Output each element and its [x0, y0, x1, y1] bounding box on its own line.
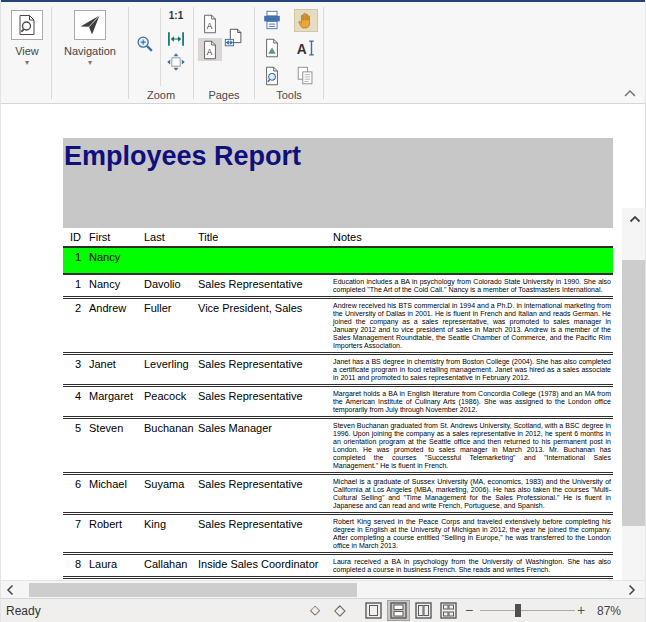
report-title-banner: Employees Report [63, 138, 613, 228]
table-row: 3 Janet Leverling Sales Representative J… [63, 355, 613, 387]
cell-last: Fuller [144, 301, 198, 352]
status-text: Ready [6, 604, 41, 618]
cell-title: Sales Representative [198, 357, 333, 384]
cell-id: 1 [63, 277, 89, 296]
cell-first: Janet [89, 357, 144, 384]
export-document-button[interactable] [260, 37, 284, 60]
cell-title: Sales Representative [198, 517, 333, 552]
cell-first: Robert [89, 517, 144, 552]
fit-page-button[interactable] [164, 50, 188, 73]
copy-pages-icon [295, 65, 317, 87]
cell-id: 2 [63, 301, 89, 352]
magnifier-plus-icon [134, 33, 156, 55]
zoom-slider-thumb[interactable] [515, 604, 521, 617]
text-select-button[interactable]: A [294, 37, 318, 60]
scroll-left-button[interactable] [1, 581, 19, 599]
page-layout-switcher [362, 600, 460, 621]
cell-notes: Michael is a graduate of Sussex Universi… [333, 477, 613, 512]
cell-last: Peacock [144, 389, 198, 416]
group-separator [51, 7, 52, 99]
zoom-out-button[interactable]: − [465, 602, 473, 618]
zoom-actual-label: 1:1 [169, 10, 183, 21]
cell-notes: Laura received a BA in psychology from t… [333, 557, 613, 576]
cell-title: Sales Representative [198, 477, 333, 512]
chevron-up-icon [623, 89, 637, 98]
page-portrait-button[interactable]: A [198, 12, 222, 35]
mini-separator [160, 8, 161, 86]
navigation-button[interactable]: Navigation ▾ [56, 4, 124, 66]
table-row: 1 Nancy Davolio Sales Representative Edu… [63, 275, 613, 299]
report-preview-area[interactable]: Employees Report ID First Last Title Not… [1, 104, 645, 580]
navigation-group: Navigation ▾ [53, 2, 127, 103]
pages-arrange-icon [223, 27, 245, 49]
cell-last: Callahan [144, 557, 198, 576]
cell-first: Nancy [89, 250, 144, 273]
chevron-down-icon: ▾ [25, 60, 29, 66]
hand-tool-button[interactable] [294, 9, 318, 32]
table-row: 5 Steven Buchanan Sales Manager Steven B… [63, 419, 613, 475]
ribbon-collapse-button[interactable] [621, 86, 639, 100]
column-header-notes: Notes [333, 231, 613, 243]
cell-first: Michael [89, 477, 144, 512]
two-pages-side-view-button[interactable] [412, 600, 435, 621]
chevron-left-icon [6, 584, 14, 596]
scroll-right-button[interactable] [623, 581, 641, 599]
cell-title: Vice President, Sales [198, 301, 333, 352]
tools-group: A [256, 2, 322, 103]
fit-width-button[interactable] [164, 27, 188, 50]
cell-last: Suyama [144, 477, 198, 512]
print-button[interactable] [260, 9, 284, 32]
four-pages-view-button[interactable] [437, 600, 460, 621]
zoom-slider-track[interactable] [480, 610, 575, 611]
four-pages-grid-icon [440, 602, 457, 619]
column-header-id: ID [63, 231, 89, 243]
zoom-group: 1:1 [130, 2, 192, 103]
page-landscape-icon: A [200, 39, 220, 61]
horizontal-scrollbar[interactable] [1, 580, 645, 598]
pages-group: A A [195, 2, 253, 103]
table-row: 8 Laura Callahan Inside Sales Coordinato… [63, 555, 613, 579]
group-separator [323, 7, 324, 99]
cell-notes: Margaret holds a BA in English literatur… [333, 389, 613, 416]
cell-notes: Education includes a BA in psychology fr… [333, 277, 613, 296]
zoom-actual-button[interactable]: 1:1 [164, 4, 188, 27]
printer-icon [261, 9, 283, 31]
table-row: 2 Andrew Fuller Vice President, Sales An… [63, 299, 613, 355]
horizontal-scroll-thumb[interactable] [29, 583, 357, 597]
single-page-view-button[interactable] [362, 600, 385, 621]
paper-plane-icon [74, 10, 106, 40]
vertical-scroll-thumb[interactable] [622, 260, 645, 526]
single-page-icon [365, 602, 382, 619]
cell-notes: Steven Buchanan graduated from St. Andre… [333, 421, 613, 472]
view-button[interactable]: View ▾ [7, 4, 47, 66]
cell-last: Davolio [144, 277, 198, 296]
cell-first: Steven [89, 421, 144, 472]
page-landscape-button[interactable]: A [198, 38, 222, 61]
two-pages-side-icon [415, 602, 432, 619]
diamond-marker-icon[interactable]: ◇ [310, 602, 320, 617]
cell-title: Inside Sales Coordinator [198, 557, 333, 576]
cell-first: Margaret [89, 389, 144, 416]
copy-button[interactable] [294, 65, 318, 88]
page-setup-button[interactable] [222, 26, 246, 49]
search-document-button[interactable] [260, 65, 284, 88]
cell-title: Sales Representative [198, 389, 333, 416]
navigation-button-label: Navigation [64, 45, 116, 57]
zoom-in-button[interactable]: + [577, 602, 585, 618]
diamond-marker-icon[interactable]: ◇ [334, 601, 346, 619]
chevron-right-icon [628, 584, 636, 596]
scroll-up-button[interactable] [622, 210, 645, 228]
zoom-button[interactable] [133, 32, 157, 55]
highlighted-row[interactable]: 1 Nancy [63, 248, 613, 275]
cell-id: 5 [63, 421, 89, 472]
column-header-first: First [89, 231, 144, 243]
vertical-scrollbar[interactable] [622, 208, 645, 580]
two-pages-vertical-view-button[interactable] [387, 600, 410, 621]
cell-last: Leverling [144, 357, 198, 384]
chevron-down-icon: ▾ [88, 60, 92, 66]
fit-page-icon [166, 52, 186, 72]
cell-id: 1 [63, 250, 89, 273]
fit-width-icon [166, 29, 186, 49]
two-pages-vertical-icon [390, 602, 407, 619]
hand-icon [296, 10, 316, 30]
